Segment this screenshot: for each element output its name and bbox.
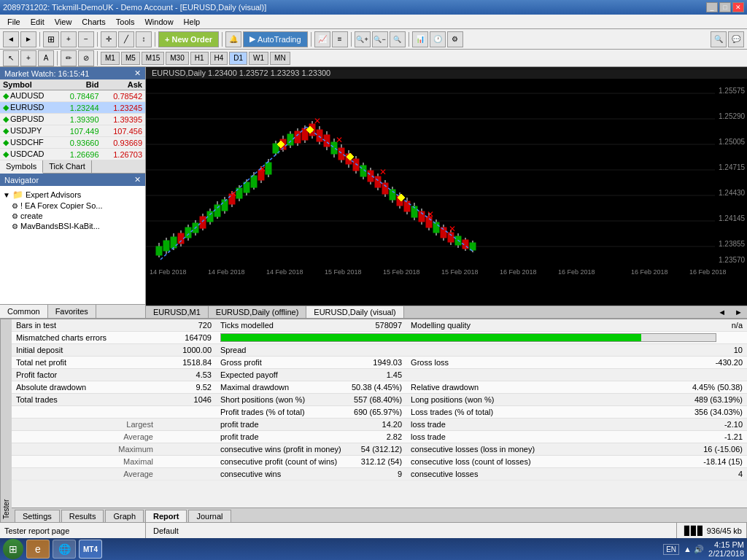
template-button[interactable]: ≡: [332, 31, 348, 47]
chat-button[interactable]: 💬: [728, 31, 744, 47]
chart-type-button[interactable]: 📊: [412, 31, 428, 47]
tf-d1[interactable]: D1: [229, 52, 247, 65]
svg-text:14 Feb 2018: 14 Feb 2018: [266, 268, 303, 276]
market-watch-row[interactable]: ◆GBPUSD 1.39390 1.39395: [0, 114, 145, 125]
pencil-button[interactable]: ✏: [61, 50, 77, 66]
tester-row-2: Mismatched charts errors 164709: [12, 332, 747, 344]
tf-m5[interactable]: M5: [121, 52, 140, 65]
chart-tab-daily-offline[interactable]: EURUSD,Daily (offline): [209, 306, 307, 318]
ea2-icon: ⚙: [12, 212, 18, 220]
back-button[interactable]: ◄: [3, 31, 19, 47]
close-button[interactable]: ✕: [732, 2, 744, 12]
crosshair-button[interactable]: ✛: [101, 31, 117, 47]
market-watch-row[interactable]: ◆AUDUSD 0.78467 0.78542: [0, 90, 145, 102]
tester-tab-results[interactable]: Results: [61, 510, 104, 522]
menu-window[interactable]: Window: [140, 16, 177, 28]
new-order-button[interactable]: + New Order: [158, 31, 219, 47]
menu-view[interactable]: View: [50, 16, 77, 28]
search-button[interactable]: 🔍: [711, 31, 727, 47]
market-watch-row[interactable]: ◆USDCHF 0.93660 0.93669: [0, 137, 145, 149]
tester-tab-journal[interactable]: Journal: [188, 510, 231, 522]
settings-button[interactable]: ⚙: [447, 31, 463, 47]
line-button[interactable]: ╱: [118, 31, 134, 47]
svg-text:15 Feb 2018: 15 Feb 2018: [383, 268, 420, 276]
tf-mn[interactable]: MN: [270, 52, 290, 65]
chart-tab-prev[interactable]: ◄: [713, 306, 730, 318]
taskbar-mt4[interactable]: MT4: [79, 540, 102, 559]
zoom-btn2[interactable]: 🔍−: [372, 31, 388, 47]
chart-tab-m1[interactable]: EURUSD,M1: [146, 306, 209, 318]
tester-row-8: Profit trades (% of total) 690 (65.97%) …: [12, 406, 747, 419]
menu-edit[interactable]: Edit: [26, 16, 49, 28]
label-largest: Largest: [12, 419, 158, 431]
autotrading-button[interactable]: ▶ AutoTrading: [243, 31, 308, 47]
text-button[interactable]: A: [38, 50, 54, 66]
chart-tab-daily-visual[interactable]: EURUSD,Daily (visual): [306, 306, 403, 318]
period-button[interactable]: ↕: [136, 31, 152, 47]
cursor-button[interactable]: ↖: [3, 50, 19, 66]
svg-rect-34: [185, 228, 191, 238]
chart-canvas[interactable]: 1.25575 1.25290 1.25005 1.24715 1.24430 …: [146, 79, 747, 306]
fwd-button[interactable]: ►: [20, 31, 36, 47]
minimize-button[interactable]: _: [706, 2, 718, 12]
tester-content: Bars in test 720 Ticks modelled 578097 M…: [12, 319, 747, 508]
zoom-btn1[interactable]: 🔍+: [355, 31, 371, 47]
tree-item-ea1[interactable]: ⚙ ! EA Forex Copier So...: [12, 201, 142, 211]
val-cp-max: 312.12 (54): [347, 456, 406, 468]
svg-rect-76: [338, 148, 344, 160]
maximize-button[interactable]: □: [719, 2, 731, 12]
tab-common[interactable]: Common: [0, 305, 48, 318]
label-reldd: Relative drawdown: [406, 381, 539, 394]
menu-file[interactable]: File: [3, 16, 25, 28]
ea-label: Expert Advisors: [26, 190, 81, 199]
market-watch-row[interactable]: ◆EURUSD 1.23244 1.23245: [0, 102, 145, 114]
alert-button[interactable]: 🔔: [225, 31, 241, 47]
zoom-in-button[interactable]: +: [61, 31, 77, 47]
market-watch-close[interactable]: ✕: [134, 69, 141, 78]
tf-h4[interactable]: H4: [210, 52, 228, 65]
taskbar-ie[interactable]: e: [26, 540, 50, 559]
tf-h1[interactable]: H1: [190, 52, 209, 65]
taskbar-chrome[interactable]: 🌐: [53, 540, 76, 559]
tree-item-ea[interactable]: ▼ 📁 Expert Advisors: [3, 189, 142, 201]
tf-m15[interactable]: M15: [142, 52, 164, 65]
zoom-btn3[interactable]: 🔍: [390, 31, 406, 47]
indicator-button[interactable]: 📈: [314, 31, 330, 47]
sep1: [39, 32, 40, 47]
start-button[interactable]: ⊞: [3, 539, 23, 559]
chart-tab-next[interactable]: ►: [730, 306, 747, 318]
mw-bid: 0.78467: [58, 90, 101, 102]
tester-tab-settings[interactable]: Settings: [15, 510, 60, 522]
clock-button[interactable]: 🕐: [430, 31, 446, 47]
tab-favorites[interactable]: Favorites: [48, 305, 96, 318]
ea2-label: create: [20, 211, 43, 220]
tf-m30[interactable]: M30: [166, 52, 188, 65]
val-lttot: 356 (34.03%): [539, 406, 747, 419]
tree-item-ea2[interactable]: ⚙ create: [12, 211, 142, 221]
menu-help[interactable]: Help: [179, 16, 205, 28]
tf-m1[interactable]: M1: [101, 52, 120, 65]
sep4: [222, 32, 222, 47]
svg-rect-102: [433, 222, 439, 233]
zoom-out-button[interactable]: −: [78, 31, 94, 47]
label-lt-avg: loss trade: [406, 431, 539, 443]
market-watch-row[interactable]: ◆USDCAD 1.26696 1.26703: [0, 149, 145, 160]
tester-tab-graph[interactable]: Graph: [105, 510, 144, 522]
ea1-label: ! EA Forex Copier So...: [20, 201, 103, 210]
tree-item-ea3[interactable]: ⚙ MavBandsBSI-KaBit...: [12, 221, 142, 231]
menu-charts[interactable]: Charts: [77, 16, 109, 28]
navigator-close[interactable]: ✕: [134, 175, 141, 184]
tab-tick-chart[interactable]: Tick Chart: [43, 160, 92, 173]
svg-text:✕: ✕: [230, 189, 237, 199]
draw2-button[interactable]: ⊘: [78, 50, 94, 66]
val-pf: 4.53: [158, 369, 216, 381]
new-chart-button[interactable]: ⊞: [43, 31, 59, 47]
tester-tab-report[interactable]: Report: [145, 510, 187, 522]
tf-w1[interactable]: W1: [249, 52, 268, 65]
cross-button[interactable]: +: [20, 50, 36, 66]
menu-tools[interactable]: Tools: [112, 16, 139, 28]
market-watch-row[interactable]: ◆USDJPY 107.449 107.456: [0, 125, 145, 137]
tab-symbols[interactable]: Symbols: [0, 160, 43, 174]
val-cw-max: 54 (312.12): [347, 443, 406, 456]
empty-8a: [12, 406, 158, 419]
